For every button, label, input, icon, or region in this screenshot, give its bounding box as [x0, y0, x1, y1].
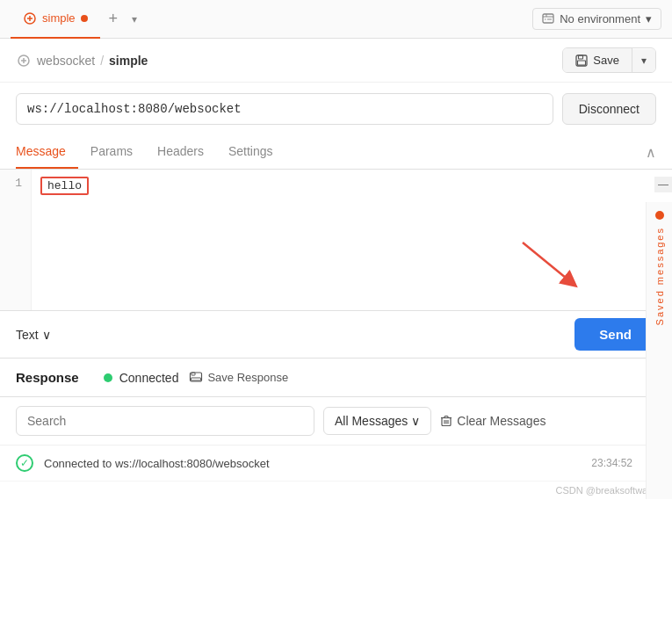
collapse-editor-button[interactable]: ∧ — [646, 144, 656, 161]
save-dropdown-arrow[interactable]: ▾ — [632, 49, 655, 72]
send-button[interactable]: Send — [574, 318, 656, 351]
no-env-icon — [542, 13, 554, 25]
tab-settings[interactable]: Settings — [216, 135, 285, 169]
response-header: Response Connected Save Response ∨ — [0, 359, 672, 397]
saved-messages-sidebar[interactable]: Saved messages — [646, 202, 672, 499]
app-container: simple + ▾ No environment ▾ w — [0, 0, 672, 499]
message-log: ✓ Connected to ws://localhost:8080/webso… — [0, 446, 672, 482]
all-messages-chevron: ∨ — [411, 414, 420, 428]
search-filter-bar: All Messages ∨ Clear Messages — [0, 397, 672, 446]
svg-rect-12 — [191, 378, 201, 380]
breadcrumb-sep: / — [100, 54, 104, 68]
connected-dot — [104, 373, 112, 382]
svg-rect-0 — [543, 14, 553, 23]
save-response-button[interactable]: Save Response — [189, 371, 288, 385]
breadcrumb: websocket / simple — [16, 53, 148, 69]
tab-bar: simple + ▾ No environment ▾ — [0, 0, 672, 39]
tab-dropdown-chevron[interactable]: ▾ — [132, 13, 137, 25]
tab-unsaved-dot — [81, 15, 88, 22]
collapse-right-button[interactable]: — — [654, 177, 672, 192]
env-chevron: ▾ — [646, 12, 652, 25]
all-messages-label: All Messages — [335, 414, 408, 428]
breadcrumb-name: simple — [109, 54, 148, 68]
save-icon — [575, 54, 588, 67]
editor-area: 1 hello — — [0, 170, 672, 311]
message-timestamp: 23:34:52 — [591, 457, 632, 469]
breadcrumb-bar: websocket / simple Save ▾ — [0, 39, 672, 83]
clear-messages-button[interactable]: Clear Messages — [440, 414, 546, 428]
url-input[interactable] — [16, 93, 553, 125]
search-input[interactable] — [16, 406, 314, 436]
saved-messages-indicator-dot — [655, 211, 664, 220]
saved-messages-sidebar-label: Saved messages — [654, 227, 665, 325]
text-type-chevron: ∨ — [42, 328, 51, 342]
save-button-group[interactable]: Save ▾ — [562, 47, 656, 73]
connected-label: Connected — [119, 371, 179, 385]
env-label: No environment — [560, 12, 640, 25]
text-type-label: Text — [16, 328, 39, 342]
line-numbers: 1 — [0, 170, 32, 310]
tab-label: simple — [42, 11, 76, 25]
tab-message[interactable]: Message — [16, 135, 78, 169]
save-button-main[interactable]: Save — [563, 48, 632, 72]
tab-add-button[interactable]: + — [100, 10, 127, 28]
disconnect-button[interactable]: Disconnect — [562, 93, 656, 125]
svg-rect-11 — [191, 373, 195, 375]
message-status-icon: ✓ — [16, 454, 33, 472]
editor-content[interactable]: hello — [32, 170, 672, 310]
editor-bottom-bar: Text ∨ Send — [0, 311, 672, 359]
tab-params[interactable]: Params — [78, 135, 145, 169]
hello-highlighted: hello — [40, 177, 89, 195]
footer: CSDN @breaksoftware — [0, 482, 672, 499]
svg-rect-7 — [578, 61, 586, 65]
tab-headers[interactable]: Headers — [145, 135, 216, 169]
response-title: Response — [16, 370, 79, 385]
websocket-tab-icon — [23, 11, 37, 25]
table-row: ✓ Connected to ws://localhost:8080/webso… — [0, 446, 672, 482]
text-type-dropdown[interactable]: Text ∨ — [16, 328, 51, 342]
breadcrumb-ws-icon — [16, 53, 32, 69]
message-text: Connected to ws://localhost:8080/websock… — [44, 457, 581, 470]
breadcrumb-prefix: websocket — [37, 54, 95, 68]
all-messages-dropdown[interactable]: All Messages ∨ — [323, 407, 431, 435]
save-response-icon — [189, 371, 203, 385]
tab-simple[interactable]: simple — [11, 0, 100, 39]
trash-icon — [440, 415, 452, 427]
message-tabs: Message Params Headers Settings ∧ — [0, 135, 672, 170]
url-bar: Disconnect — [0, 83, 672, 135]
save-label: Save — [593, 54, 619, 67]
footer-text: CSDN @breaksoftware — [556, 485, 656, 496]
env-selector[interactable]: No environment ▾ — [532, 8, 661, 30]
